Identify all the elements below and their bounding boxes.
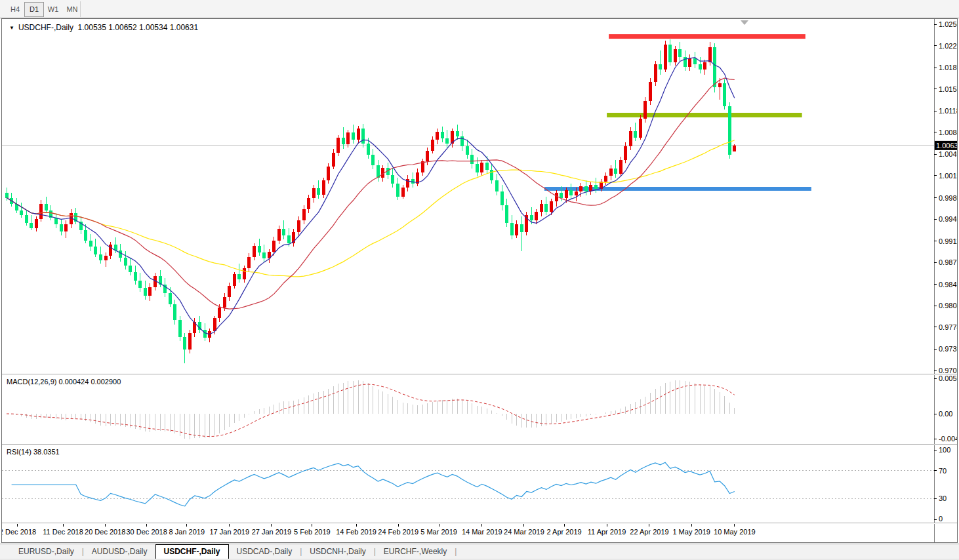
- candle-body: [668, 45, 672, 62]
- candle-body: [169, 293, 172, 304]
- candle-body: [124, 258, 127, 265]
- candle-body: [476, 164, 479, 172]
- rsi-line: [12, 462, 735, 506]
- candle-body: [346, 132, 350, 144]
- candle-body: [287, 235, 291, 243]
- candle-body: [604, 176, 607, 182]
- candle-body: [396, 184, 399, 196]
- chart-collapse-icon[interactable]: ▼: [9, 25, 14, 31]
- candle-body: [322, 180, 325, 195]
- candle-body: [148, 287, 152, 296]
- candle-body: [723, 83, 726, 106]
- chart-shift-marker-icon[interactable]: [741, 20, 748, 25]
- tab-usdchf-daily[interactable]: USDCHF-,Daily: [155, 544, 229, 559]
- candle-body: [94, 247, 97, 254]
- candle-body: [317, 188, 320, 195]
- candle-body: [60, 224, 63, 231]
- candle-body: [579, 186, 582, 191]
- candle-body: [560, 193, 563, 198]
- date-axis-label: 17 Jan 2019: [209, 528, 249, 536]
- candle-body: [639, 119, 642, 138]
- timeframe-button-w1[interactable]: W1: [43, 2, 63, 17]
- tab-eurusd-daily[interactable]: EURUSD-,Daily: [10, 545, 82, 559]
- candle-body: [203, 330, 207, 338]
- candle-body: [708, 47, 712, 62]
- tab-usdcnh-daily[interactable]: USDCNH-,Daily: [302, 545, 373, 559]
- candle-body: [713, 47, 716, 87]
- candle-body: [634, 131, 637, 138]
- date-axis-label: 22 Apr 2019: [630, 528, 668, 536]
- candle-body: [361, 129, 365, 144]
- price-axis-label: 1.01180: [939, 107, 957, 115]
- chart-title: ▼USDCHF-,Daily 1.00535 1.00652 1.00534 1…: [9, 23, 198, 32]
- timeframe-button-mn[interactable]: MN: [62, 2, 82, 17]
- candle-body: [144, 288, 147, 295]
- candle-body: [30, 223, 33, 228]
- price-axis-label: 0.98420: [939, 281, 957, 289]
- candle-body: [391, 175, 394, 184]
- candle-body: [678, 49, 682, 56]
- tab-separator: |: [455, 547, 457, 556]
- candle-body: [718, 83, 722, 87]
- candle-body: [272, 241, 275, 252]
- candle-body: [674, 49, 677, 62]
- candle-body: [684, 57, 687, 67]
- candle-body: [540, 204, 543, 211]
- timeframe-button-h4[interactable]: H4: [5, 2, 25, 17]
- candle-body: [431, 140, 434, 150]
- broken-support-zone[interactable]: [607, 113, 802, 117]
- candle-body: [327, 167, 330, 180]
- current-price-badge-value: 1.00631: [936, 142, 957, 150]
- candle-body: [654, 64, 657, 82]
- candle-body: [515, 224, 518, 235]
- price-axis-label: 1.01530: [939, 85, 957, 93]
- candle-body: [377, 165, 380, 178]
- candle-body: [138, 281, 142, 288]
- candle-body: [352, 132, 355, 140]
- timeframe-toolbar: H4D1W1MN: [0, 0, 959, 18]
- candle-body: [54, 218, 58, 224]
- date-axis-label: 20 Dec 2018: [85, 528, 125, 536]
- rsi-indicator-pane[interactable]: 10070300: [2, 445, 957, 523]
- candle-body: [649, 82, 652, 101]
- candle-body: [544, 204, 548, 211]
- date-axis-label: 5 Feb 2019: [294, 528, 331, 536]
- candle-body: [584, 186, 588, 191]
- candle-body: [5, 193, 9, 198]
- candle-body: [337, 138, 340, 152]
- candle-body: [485, 163, 489, 170]
- candle-body: [223, 297, 226, 308]
- price-axis-label: 1.01870: [939, 64, 957, 71]
- candle-body: [619, 160, 622, 174]
- date-axis[interactable]: 2 Dec 201811 Dec 201820 Dec 201830 Dec 2…: [2, 524, 957, 542]
- tab-eurchf-weekly[interactable]: EURCHF-,Weekly: [376, 545, 455, 559]
- rsi-label: RSI(14) 38.0351: [7, 448, 60, 456]
- price-axis-label: 0.98770: [939, 258, 957, 266]
- date-axis-label: 5 Mar 2019: [420, 528, 457, 536]
- candle-body: [426, 151, 429, 161]
- candle-body: [460, 136, 464, 146]
- date-axis-label: 1 May 2019: [672, 528, 710, 536]
- price-axis-label: 1.02220: [939, 42, 957, 50]
- timeframe-button-d1[interactable]: D1: [24, 2, 44, 17]
- candle-body: [258, 246, 261, 252]
- candle-body: [550, 201, 553, 211]
- candle-body: [307, 198, 310, 209]
- tab-usdcad-daily[interactable]: USDCAD-,Daily: [229, 545, 300, 559]
- candle-body: [693, 58, 697, 65]
- price-chart-pane[interactable]: 1.025601.022201.018701.015301.011801.008…: [2, 19, 957, 374]
- price-axis-label: 0.97390: [939, 345, 957, 353]
- tab-audusd-daily[interactable]: AUDUSD-,Daily: [84, 545, 155, 559]
- rsi-axis-label: 70: [939, 467, 947, 475]
- candle-body: [342, 138, 345, 144]
- macd-axis-label: 0.00: [939, 410, 952, 418]
- date-axis-label: 11 Apr 2019: [588, 528, 626, 536]
- candle-body: [277, 229, 281, 240]
- candle-body: [609, 169, 613, 176]
- symbol-tab-bar: EURUSD-,Daily|AUDUSD-,DailyUSDCHF-,Daily…: [0, 544, 959, 559]
- candle-body: [575, 191, 578, 195]
- macd-indicator-pane[interactable]: 0.005970.00-0.00424: [2, 375, 957, 444]
- resistance-zone[interactable]: [609, 34, 806, 39]
- candle-body: [495, 180, 499, 191]
- candle-body: [297, 220, 300, 232]
